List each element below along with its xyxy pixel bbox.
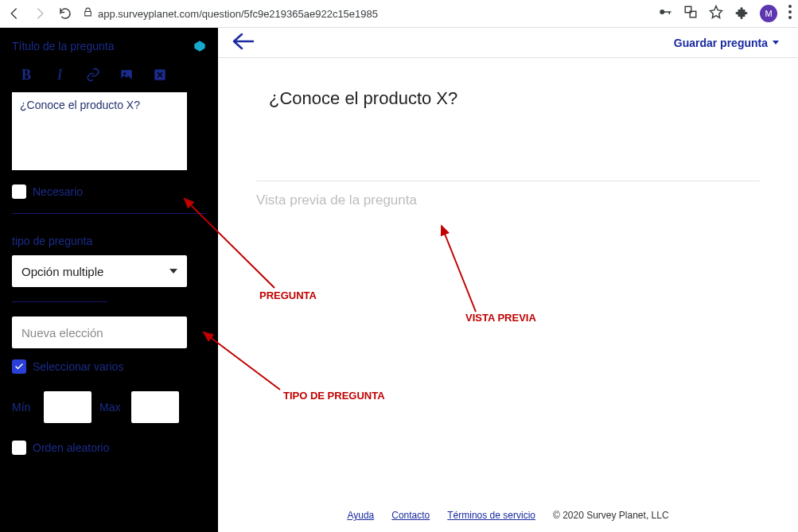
image-button[interactable]	[119, 67, 134, 83]
sidebar-title-label: Título de la pregunta	[12, 40, 114, 52]
contact-link[interactable]: Contacto	[391, 510, 430, 521]
svg-marker-8	[194, 41, 204, 51]
preview-label: Vista previa de la pregunta	[256, 192, 760, 208]
question-type-value: Opción multiple	[21, 265, 103, 278]
svg-point-0	[660, 10, 664, 14]
extensions-icon[interactable]	[734, 5, 749, 22]
translate-icon[interactable]	[683, 5, 698, 22]
svg-point-6	[788, 10, 792, 14]
url-text[interactable]: app.surveyplanet.com/question/5fc9e21936…	[98, 8, 378, 20]
annotation-pregunta-label: PREGUNTA	[259, 289, 317, 301]
browser-back-button[interactable]	[6, 6, 22, 21]
annotation-vista-label: VISTA PREVIA	[465, 312, 536, 324]
annotation-tipo-label: TIPO DE PREGUNTA	[283, 390, 385, 402]
format-toolbar: B I	[12, 62, 206, 92]
bold-button[interactable]: B	[18, 67, 34, 83]
chevron-down-icon	[773, 41, 779, 45]
terms-link[interactable]: Términos de servicio	[447, 510, 535, 521]
chevron-down-icon	[169, 269, 177, 274]
save-question-button[interactable]: Guardar pregunta	[674, 37, 779, 49]
svg-point-5	[788, 5, 792, 8]
kebab-menu-icon[interactable]	[788, 5, 792, 22]
copyright-text: © 2020 Survey Planet, LLC	[553, 510, 669, 521]
avatar[interactable]: M	[760, 5, 777, 22]
necessary-label: Necesario	[33, 185, 83, 198]
question-sidebar: Título de la pregunta B I Necesario tipo…	[0, 28, 218, 532]
new-choice-input[interactable]	[12, 316, 187, 348]
main-header: Guardar pregunta	[218, 28, 798, 58]
select-multiple-checkbox[interactable]	[12, 359, 26, 374]
question-type-select[interactable]: Opción multiple	[12, 255, 187, 287]
random-order-checkbox[interactable]	[12, 441, 26, 455]
select-multiple-label: Seleccionar varios	[33, 360, 123, 373]
svg-rect-1	[664, 11, 671, 13]
svg-point-10	[123, 72, 126, 75]
type-section-label: tipo de pregunta	[12, 235, 206, 247]
divider	[12, 213, 206, 214]
help-link[interactable]: Ayuda	[347, 510, 374, 521]
link-button[interactable]	[85, 67, 101, 83]
expand-button[interactable]	[152, 67, 168, 83]
italic-button[interactable]: I	[52, 67, 68, 83]
min-input[interactable]	[44, 391, 91, 423]
browser-chrome: app.surveyplanet.com/question/5fc9e21936…	[0, 0, 798, 28]
svg-point-7	[788, 16, 792, 19]
back-button[interactable]	[229, 29, 258, 56]
necessary-checkbox[interactable]	[12, 184, 26, 199]
preview-divider	[256, 181, 760, 181]
save-question-label: Guardar pregunta	[674, 37, 768, 49]
question-title-input[interactable]	[12, 92, 187, 170]
question-preview-title: ¿Conoce el producto X?	[269, 88, 760, 109]
divider-short	[12, 301, 107, 302]
main-area: Guardar pregunta ¿Conoce el producto X? …	[218, 28, 798, 532]
browser-forward-button	[32, 6, 48, 21]
min-label: Mín	[12, 401, 36, 414]
star-icon[interactable]	[709, 5, 723, 22]
key-icon[interactable]	[658, 5, 672, 22]
max-label: Max	[99, 401, 123, 414]
random-order-label: Orden aleatorio	[33, 441, 110, 454]
svg-rect-2	[669, 11, 671, 14]
pro-badge-icon	[193, 40, 206, 52]
browser-reload-button[interactable]	[57, 6, 73, 21]
footer: Ayuda Contacto Términos de servicio © 20…	[218, 510, 798, 521]
max-input[interactable]	[131, 391, 179, 423]
lock-icon	[83, 7, 93, 20]
